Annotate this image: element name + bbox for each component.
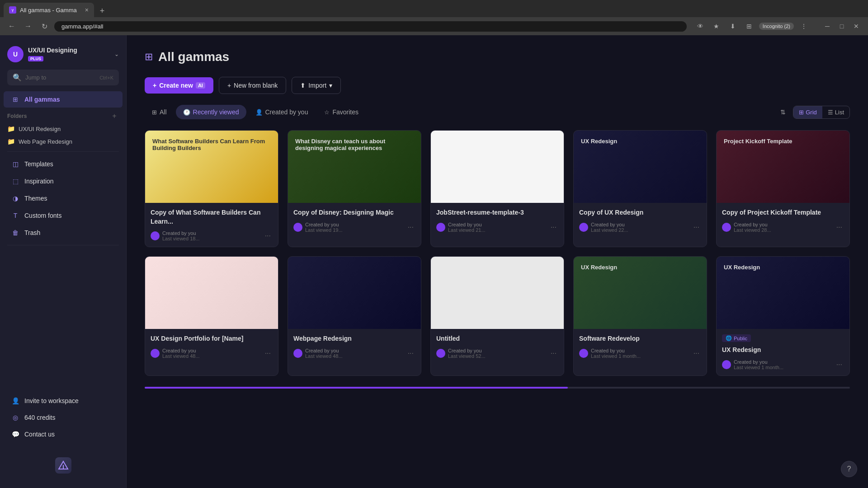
clock-icon: 🕐 xyxy=(183,109,190,116)
card-thumbnail xyxy=(145,257,278,329)
close-tab-button[interactable]: × xyxy=(85,6,89,14)
card-menu-button[interactable]: ··· xyxy=(692,348,701,358)
close-button[interactable]: ✕ xyxy=(850,20,863,33)
search-box[interactable]: 🔍 Jump to Ctrl+K xyxy=(7,70,119,85)
card-body: Copy of What Software Builders Can Learn… xyxy=(145,203,278,247)
tab-all[interactable]: ⊞ All xyxy=(145,105,174,119)
card-thumbnail: UX Redesign xyxy=(574,257,707,329)
browser-actions: 👁 ★ ⬇ ⊞ Incognito (2) ⋮ xyxy=(694,20,810,33)
card-title: UX Design Portfolio for [Name] xyxy=(151,334,273,343)
card-card-9[interactable]: UX Redesign Software Redevelop Created b… xyxy=(573,256,707,376)
card-menu-button[interactable]: ··· xyxy=(406,348,415,358)
new-from-blank-button[interactable]: + New from blank xyxy=(219,77,286,94)
help-button[interactable]: ? xyxy=(841,461,857,477)
last-viewed: Last viewed 48... xyxy=(162,353,200,359)
card-meta: Created by you Last viewed 22... ··· xyxy=(579,222,701,233)
download-icon[interactable]: ⬇ xyxy=(726,20,739,33)
page-title: All gammas xyxy=(158,50,229,64)
restore-button[interactable]: □ xyxy=(835,20,848,33)
import-button[interactable]: ⬆ Import ▾ xyxy=(292,77,341,94)
card-card-6[interactable]: UX Design Portfolio for [Name] Created b… xyxy=(145,256,278,376)
sort-button[interactable]: ⇅ xyxy=(777,106,789,118)
user-icon: 👤 xyxy=(255,109,263,116)
card-body: Copy of Project Kickoff Template Created… xyxy=(717,203,849,238)
minimize-button[interactable]: ─ xyxy=(821,20,834,33)
add-folder-button[interactable]: + xyxy=(110,112,119,121)
sidebar-item-themes[interactable]: ◑ Themes xyxy=(4,190,123,206)
menu-icon[interactable]: ⋮ xyxy=(797,20,810,33)
card-card-1[interactable]: What Software Builders Can Learn From Bu… xyxy=(145,130,278,247)
card-card-7[interactable]: Webpage Redesign Created by you Last vie… xyxy=(288,256,421,376)
avatar xyxy=(722,360,731,369)
active-tab[interactable]: γ All gammas - Gamma × xyxy=(4,3,94,17)
sidebar-item-templates[interactable]: ◫ Templates xyxy=(4,156,123,172)
card-card-4[interactable]: UX Redesign Copy of UX Redesign Created … xyxy=(573,130,707,247)
card-author: Created by you Last viewed 22... xyxy=(579,222,628,233)
tab-bar: γ All gammas - Gamma × + xyxy=(0,0,868,17)
main-content: ⊞ All gammas + Create new AI + New from … xyxy=(127,35,868,488)
card-menu-button[interactable]: ··· xyxy=(835,360,844,370)
card-meta: Created by you Last viewed 19... ··· xyxy=(293,222,415,233)
author-name: Created by you xyxy=(305,222,343,227)
author-name: Created by you xyxy=(734,359,783,365)
new-tab-button[interactable]: + xyxy=(96,5,108,17)
folder-uxui-redesign[interactable]: 📁 UX/UI Redesign xyxy=(0,122,126,135)
address-bar[interactable]: gamma.app/#all xyxy=(54,21,687,32)
sidebar-item-custom-fonts[interactable]: T Custom fonts xyxy=(4,207,123,224)
author-name: Created by you xyxy=(591,348,641,353)
card-card-5[interactable]: Project Kickoff Template Copy of Project… xyxy=(716,130,850,247)
card-meta: Created by you Last viewed 21... ··· xyxy=(436,222,558,233)
grid-view-button[interactable]: ⊞ Grid xyxy=(793,106,822,118)
card-card-10[interactable]: UX Redesign 🌐 Public UX Redesign Created… xyxy=(716,256,850,376)
themes-icon: ◑ xyxy=(11,194,20,203)
star-outline-icon: ☆ xyxy=(324,109,330,116)
folder-name: UX/UI Redesign xyxy=(19,126,61,132)
card-thumbnail xyxy=(288,257,421,329)
author-info: Created by you Last viewed 48... xyxy=(162,348,200,359)
card-menu-button[interactable]: ··· xyxy=(406,222,415,232)
create-btn-label: Create new xyxy=(159,82,193,89)
card-menu-button[interactable]: ··· xyxy=(692,222,701,232)
tab-recently-label: Recently viewed xyxy=(193,108,239,116)
folder-web-page-redesign[interactable]: 📁 Web Page Redesign xyxy=(0,135,126,148)
extensions-icon[interactable]: ⊞ xyxy=(743,20,755,33)
card-meta: Created by you Last viewed 28... ··· xyxy=(722,222,844,233)
list-view-button[interactable]: ☰ List xyxy=(822,106,849,118)
forward-button[interactable]: → xyxy=(22,20,34,33)
tab-created-by-you[interactable]: 👤 Created by you xyxy=(248,105,316,119)
filter-bar: ⊞ All 🕐 Recently viewed 👤 Created by you… xyxy=(145,105,850,119)
sidebar-item-invite[interactable]: 👤 Invite to workspace xyxy=(4,393,123,409)
card-thumbnail: Project Kickoff Template xyxy=(717,131,849,203)
tab-favorites[interactable]: ☆ Favorites xyxy=(317,105,366,119)
sidebar-item-trash[interactable]: 🗑 Trash xyxy=(4,225,123,241)
card-card-2[interactable]: What Disney can teach us about designing… xyxy=(288,130,421,247)
sidebar-item-all-gammas[interactable]: ⊞ All gammas xyxy=(4,91,123,108)
tab-recently-viewed[interactable]: 🕐 Recently viewed xyxy=(176,105,246,119)
card-body: JobStreet-resume-template-3 Created by y… xyxy=(431,203,564,238)
reload-button[interactable]: ↻ xyxy=(38,20,51,33)
card-menu-button[interactable]: ··· xyxy=(263,231,273,241)
card-menu-button[interactable]: ··· xyxy=(835,222,844,232)
sidebar-logo xyxy=(0,450,126,481)
back-button[interactable]: ← xyxy=(5,20,18,33)
author-info: Created by you Last viewed 48... xyxy=(305,348,343,359)
workspace-header[interactable]: U UX/UI Designing PLUS ⌄ xyxy=(0,42,126,70)
avatar xyxy=(722,223,731,232)
card-menu-button[interactable]: ··· xyxy=(549,222,558,232)
author-info: Created by you Last viewed 1 month... xyxy=(734,359,783,370)
card-body: Copy of UX Redesign Created by you Last … xyxy=(574,203,707,238)
card-card-3[interactable]: JobStreet-resume-template-3 Created by y… xyxy=(430,130,564,247)
card-card-8[interactable]: Untitled Created by you Last viewed 52..… xyxy=(430,256,564,376)
tab-title: All gammas - Gamma xyxy=(20,7,77,14)
card-menu-button[interactable]: ··· xyxy=(263,348,273,358)
sidebar-item-inspiration[interactable]: ⬚ Inspiration xyxy=(4,173,123,189)
card-menu-button[interactable]: ··· xyxy=(549,348,558,358)
sidebar-item-label: Templates xyxy=(24,160,53,168)
sidebar-item-credits[interactable]: ◎ 640 credits xyxy=(4,409,123,426)
create-new-button[interactable]: + Create new AI xyxy=(145,77,213,94)
author-info: Created by you Last viewed 19... xyxy=(305,222,343,233)
star-icon[interactable]: ★ xyxy=(710,20,723,33)
card-title: Copy of What Software Builders Can Learn… xyxy=(151,208,273,226)
avatar xyxy=(579,349,588,358)
sidebar-item-contact[interactable]: 💬 Contact us xyxy=(4,426,123,442)
